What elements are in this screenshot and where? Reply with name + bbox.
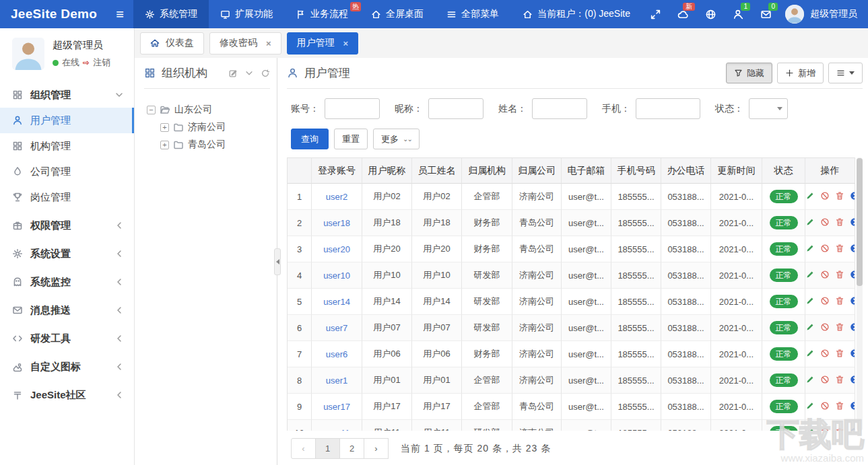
- hide-search-button[interactable]: 隐藏: [726, 63, 772, 83]
- header-org[interactable]: 归属机构: [462, 158, 512, 184]
- disable-icon[interactable]: [820, 375, 830, 384]
- header-mobile[interactable]: 手机号码: [611, 158, 661, 184]
- tab-change-password[interactable]: 修改密码 ×: [209, 32, 281, 55]
- user-account-link[interactable]: user2: [326, 192, 348, 202]
- header-company[interactable]: 归属公司: [512, 158, 562, 184]
- close-icon[interactable]: ×: [266, 38, 271, 48]
- table-row[interactable]: 8 user1 用户01 用户01 企管部 济南公司 user@t... 185…: [288, 367, 855, 394]
- table-row[interactable]: 3 user20 用户20 用户20 财务部 青岛公司 user@t... 18…: [288, 236, 855, 262]
- navbar-user-menu[interactable]: 超级管理员: [780, 0, 868, 28]
- sidebar-item-org-management[interactable]: 组织管理: [0, 82, 134, 108]
- table-row[interactable]: 9 user17 用户17 用户17 企管部 青岛公司 user@t... 18…: [288, 394, 855, 420]
- user-account-link[interactable]: user20: [323, 244, 350, 254]
- header-status[interactable]: 状态: [762, 158, 805, 184]
- sidebar-item-user-management[interactable]: 用户管理: [0, 108, 134, 133]
- sidebar-avatar[interactable]: [12, 38, 44, 70]
- nav-item-current-tenant[interactable]: 当前租户：(0) JeeSite: [511, 0, 642, 28]
- user-account-link[interactable]: user1: [326, 375, 348, 386]
- header-office-phone[interactable]: 办公电话: [661, 158, 711, 184]
- detail-arrow-icon[interactable]: [850, 270, 855, 279]
- detail-arrow-icon[interactable]: [850, 349, 855, 358]
- sidebar-item-dev-tools[interactable]: 研发工具: [0, 326, 134, 351]
- delete-icon[interactable]: [835, 375, 844, 384]
- detail-arrow-icon[interactable]: [850, 401, 855, 410]
- header-login-account[interactable]: 登录账号: [312, 158, 362, 184]
- table-row[interactable]: 7 user6 用户06 用户06 财务部 济南公司 user@t... 185…: [288, 341, 855, 367]
- detail-arrow-icon[interactable]: [850, 322, 855, 332]
- disable-icon[interactable]: [820, 217, 830, 227]
- edit-icon[interactable]: [805, 401, 815, 410]
- edit-icon[interactable]: [805, 191, 815, 201]
- user-account-link[interactable]: user10: [323, 271, 350, 281]
- edit-icon[interactable]: [805, 296, 815, 306]
- table-row[interactable]: 1 user2 用户02 用户02 企管部 济南公司 user@t... 185…: [288, 184, 855, 210]
- nav-item-extensions[interactable]: 扩展功能: [209, 0, 284, 28]
- expand-expander-icon[interactable]: +: [160, 141, 169, 149]
- tree-node-shandong[interactable]: − 山东公司: [147, 101, 270, 118]
- sidebar-item-system-settings[interactable]: 系统设置: [0, 241, 134, 266]
- globe-icon[interactable]: [697, 0, 725, 28]
- delete-icon[interactable]: [835, 296, 844, 306]
- expand-expander-icon[interactable]: +: [160, 123, 169, 132]
- disable-icon[interactable]: [820, 296, 830, 306]
- disable-icon[interactable]: [820, 244, 830, 253]
- more-button[interactable]: 更多 ⌄⌄: [373, 129, 420, 149]
- sidebar-toggle-icon[interactable]: ≡: [106, 0, 133, 28]
- nav-item-workflow[interactable]: 业务流程 热: [284, 0, 360, 28]
- disable-icon[interactable]: [820, 322, 830, 332]
- page-prev-button[interactable]: ‹: [291, 438, 316, 459]
- table-scrollbar-track[interactable]: [857, 157, 863, 431]
- sidebar-item-post-management[interactable]: 岗位管理: [0, 184, 134, 210]
- user-account-link[interactable]: user11: [324, 428, 350, 431]
- table-row[interactable]: 10 user11 用户11 用户11 研发部 济南公司 user@t... 1…: [288, 420, 855, 431]
- list-menu-button[interactable]: [828, 63, 863, 83]
- edit-icon[interactable]: [805, 244, 815, 253]
- user-message-icon[interactable]: 1: [725, 0, 752, 28]
- disable-icon[interactable]: [820, 427, 830, 431]
- delete-icon[interactable]: [835, 191, 844, 201]
- status-select[interactable]: [749, 98, 788, 119]
- delete-icon[interactable]: [835, 401, 844, 410]
- detail-arrow-icon[interactable]: [850, 375, 855, 384]
- detail-arrow-icon[interactable]: [850, 217, 855, 227]
- search-button[interactable]: 查询: [291, 129, 329, 149]
- delete-icon[interactable]: [835, 217, 844, 227]
- delete-icon[interactable]: [835, 322, 844, 332]
- chevron-down-icon[interactable]: [244, 69, 254, 78]
- disable-icon[interactable]: [820, 401, 830, 410]
- close-icon[interactable]: ×: [343, 38, 349, 48]
- edit-icon[interactable]: [805, 427, 815, 431]
- delete-icon[interactable]: [835, 244, 844, 253]
- tab-dashboard[interactable]: 仪表盘: [140, 32, 204, 55]
- user-account-link[interactable]: user18: [323, 218, 350, 228]
- disable-icon[interactable]: [820, 270, 830, 279]
- user-account-link[interactable]: user14: [323, 297, 350, 307]
- add-button[interactable]: 新增: [777, 63, 824, 83]
- nav-item-desktop[interactable]: 全屏桌面: [360, 0, 435, 28]
- table-row[interactable]: 6 user7 用户07 用户07 研发部 济南公司 user@t... 185…: [288, 315, 855, 341]
- delete-icon[interactable]: [835, 427, 844, 431]
- detail-arrow-icon[interactable]: [850, 191, 855, 201]
- edit-icon[interactable]: [805, 270, 815, 279]
- weather-cloud-icon[interactable]: 新: [669, 0, 697, 28]
- panel-collapse-handle[interactable]: [274, 248, 281, 275]
- header-nickname[interactable]: 用户昵称: [362, 158, 412, 184]
- header-email[interactable]: 电子邮箱: [562, 158, 611, 184]
- mobile-input[interactable]: [636, 98, 700, 119]
- reset-button[interactable]: 重置: [334, 129, 368, 149]
- table-row[interactable]: 4 user10 用户10 用户10 研发部 济南公司 user@t... 18…: [288, 262, 855, 289]
- logout-link[interactable]: 注销: [93, 57, 110, 69]
- detail-arrow-icon[interactable]: [850, 427, 855, 431]
- name-input[interactable]: [532, 98, 587, 119]
- page-2-button[interactable]: 2: [339, 438, 364, 459]
- sidebar-item-jeesite-community[interactable]: JeeSite社区: [0, 382, 134, 408]
- delete-icon[interactable]: [835, 270, 844, 279]
- edit-icon[interactable]: [805, 375, 815, 384]
- table-row[interactable]: 5 user14 用户14 用户14 研发部 济南公司 user@t... 18…: [288, 289, 855, 315]
- user-account-link[interactable]: user7: [326, 323, 348, 333]
- header-employee-name[interactable]: 员工姓名: [412, 158, 462, 184]
- edit-icon[interactable]: [805, 322, 815, 332]
- tree-node-jinan[interactable]: + 济南公司: [147, 118, 270, 136]
- tree-node-qingdao[interactable]: + 青岛公司: [147, 136, 270, 153]
- sidebar-item-system-monitor[interactable]: 系统监控: [0, 269, 134, 295]
